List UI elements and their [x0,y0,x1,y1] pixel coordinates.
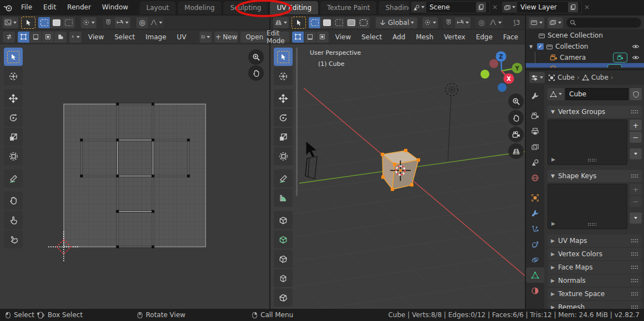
v3d-menu-add[interactable]: Add [389,33,409,41]
uv-select-extend-button[interactable] [50,17,63,28]
mesh-vertex-mode-button[interactable] [292,32,304,43]
list-resize-grip[interactable] [587,158,596,162]
view-layer-icon-dropdown[interactable] [502,2,517,13]
uv-canvas[interactable] [0,44,269,309]
v3d-select-box-button[interactable] [309,17,321,28]
uv-tool-grab[interactable] [4,191,23,210]
vertex-group-specials-button[interactable] [630,148,642,159]
vertex-colors-panel-header[interactable]: ▶ Vertex Colors [548,248,642,260]
uv-edge-mode-button[interactable] [30,32,42,43]
v3d-orientation-dropdown[interactable]: Global [376,17,417,28]
tab-shading[interactable]: Shading [379,1,409,14]
shape-keys-list[interactable]: ▶ [548,184,627,229]
outliner-row-scene-collection[interactable]: Scene Collection [526,30,644,41]
uv-new-image-button[interactable]: +New [214,32,238,43]
remove-shape-key-button[interactable]: − [630,196,642,207]
v3d-tool-loop-cut[interactable] [274,269,293,287]
uv-tool-annotate[interactable] [4,169,23,188]
eye-icon[interactable] [632,54,640,61]
v3d-tool-move[interactable] [274,89,293,107]
v3d-tool-measure[interactable] [274,189,293,207]
uv-tool-select-box[interactable] [4,48,23,66]
blender-logo[interactable] [0,3,16,12]
v3d-menu-face[interactable]: Face [499,33,522,41]
uv-snap-toggle[interactable] [103,17,115,28]
tab-object[interactable] [526,190,544,205]
camera-data-badge[interactable] [613,53,627,63]
v3d-tool-inset-faces[interactable] [274,230,293,248]
menu-file[interactable]: File [16,0,38,14]
add-vertex-group-button[interactable]: + [630,120,642,131]
tab-physics[interactable] [526,236,544,252]
vertex-groups-panel-header[interactable]: ▼ Vertex Groups [548,106,642,118]
remove-vertex-group-button[interactable]: − [630,132,642,143]
v3d-falloff-dropdown[interactable] [488,17,503,28]
uv-tool-pinch[interactable] [4,230,23,248]
toolbar-scrollbar[interactable] [296,48,298,196]
mesh-name-field[interactable]: Cube [565,88,628,100]
uv-snap-target-dropdown[interactable] [115,17,130,28]
tab-render[interactable] [526,108,544,123]
filter-triangle-icon[interactable]: ▶ [551,157,555,162]
breadcrumb-data[interactable]: Cube [591,74,609,81]
mesh-face-mode-button[interactable] [316,32,329,43]
v3d-camera-view-button[interactable] [508,127,524,142]
v3d-mode-dropdown[interactable]: Edit Mode [273,32,289,43]
v3d-proportional-toggle[interactable]: ◎ [476,17,488,28]
v3d-snap-toggle[interactable] [443,17,455,28]
uv-tool-move[interactable] [4,89,23,107]
properties-editor-type-dropdown[interactable] [529,72,545,83]
scene-icon-dropdown[interactable] [411,2,426,13]
collection-checkbox[interactable]: ✓ [537,43,544,50]
eye-icon[interactable] [632,43,640,50]
remove-view-layer-button[interactable]: × [582,3,592,11]
v3d-pan-button[interactable] [508,110,524,126]
outliner-row-collection[interactable]: ▼ ✓ Collection [526,41,644,52]
v3d-tool-bevel[interactable] [274,250,293,268]
menu-window[interactable]: Window [96,0,134,14]
uv-vertex-mode-button[interactable] [18,32,30,43]
v3d-tool-scale[interactable] [274,128,293,146]
normals-panel-header[interactable]: ▶ Normals [548,275,642,287]
view-layer-name-field[interactable]: View Layer [517,1,582,13]
uv-tool-transform[interactable] [4,147,23,165]
v3d-tool-annotate[interactable] [274,169,293,188]
shape-keys-panel-header[interactable]: ▼ Shape Keys [548,170,642,182]
remesh-panel-header[interactable]: ▶ Remesh [548,301,642,309]
v3d-select-intersect-button[interactable] [357,17,370,28]
outliner-search-input[interactable] [566,18,641,28]
outliner-row-cube-selected[interactable] [526,63,644,68]
outliner-row-camera[interactable]: Camera [526,52,644,63]
uv-face-mode-button[interactable] [42,32,54,43]
uv-tool-cursor[interactable] [4,67,23,85]
uv-select-subtract-button[interactable] [63,17,75,28]
uv-tweak-tool-button[interactable] [21,17,35,29]
tab-output[interactable] [526,123,544,139]
tab-particles[interactable] [526,221,544,236]
uv-menu-select[interactable]: Select [110,33,139,41]
mesh-data-dropdown[interactable] [548,88,564,100]
uv-sticky-mode-dropdown[interactable] [69,32,81,43]
tab-texture-paint[interactable]: Texture Paint [320,1,376,14]
v3d-select-subtract-button[interactable] [333,17,345,28]
tab-modifiers[interactable] [526,205,544,221]
tab-scene[interactable] [526,154,544,170]
tab-modeling[interactable]: Modeling [178,1,222,14]
v3d-menu-edge[interactable]: Edge [472,33,497,41]
gizmo-y-neg[interactable] [481,70,489,79]
v3d-canvas[interactable]: Z Y X User Perspective (1) Cube [270,44,525,309]
tab-view-layer[interactable] [526,139,544,154]
v3d-tool-knife[interactable] [274,288,293,307]
list-resize-grip[interactable] [587,222,596,226]
expand-triangle-icon[interactable]: ▼ [529,44,535,49]
v3d-select-difference-button[interactable] [345,17,357,28]
filter-triangle-icon[interactable]: ▶ [551,221,555,226]
fake-user-shield-button[interactable] [630,88,642,100]
uv-pivot-dropdown[interactable] [81,17,96,28]
add-shape-key-button[interactable]: + [630,184,642,195]
uv-menu-image[interactable]: Image [142,33,171,41]
v3d-tool-transform[interactable] [274,147,293,165]
new-scene-button[interactable] [476,2,486,12]
uv-browse-image-dropdown[interactable] [200,32,212,43]
tab-world[interactable] [526,170,544,185]
